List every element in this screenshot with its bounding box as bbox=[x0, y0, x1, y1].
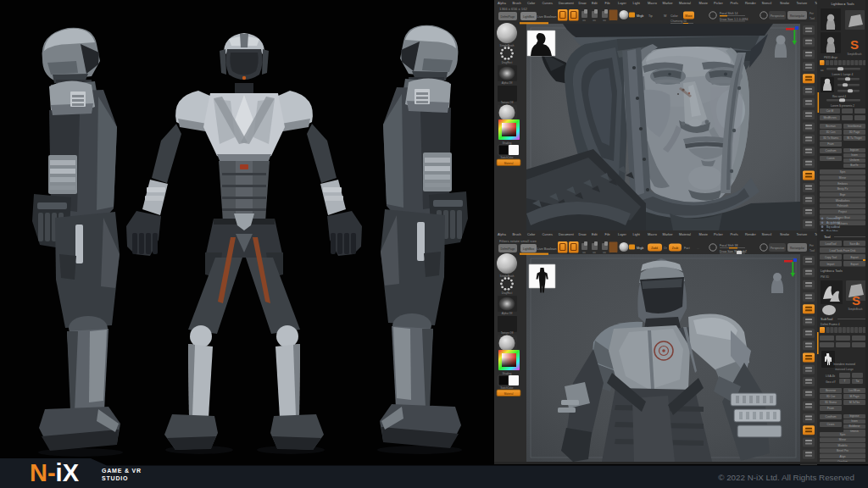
svg-text:BunYe: BunYe bbox=[850, 164, 859, 167]
svg-text:aa: aa bbox=[821, 69, 824, 72]
svg-text:Alpha: Alpha bbox=[498, 232, 507, 236]
svg-text:Cat M: Cat M bbox=[826, 109, 834, 113]
svg-text:M.Psgn: M.Psgn bbox=[850, 395, 860, 398]
svg-text:GAME & VR: GAME & VR bbox=[102, 468, 142, 474]
svg-text:Chamong 50: Chamong 50 bbox=[670, 19, 687, 23]
svg-text:Bevel Pro: Bevel Pro bbox=[837, 449, 849, 452]
svg-text:Fssm: Fssm bbox=[827, 407, 834, 410]
svg-text:Live Boolean: Live Boolean bbox=[537, 247, 556, 251]
svg-text:Spin: Spin bbox=[840, 433, 846, 436]
svg-text:Res sand 4: Res sand 4 bbox=[832, 95, 846, 98]
svg-text:Layer: Layer bbox=[618, 232, 626, 236]
svg-text:M-Tu Thrget: M-Tu Thrget bbox=[847, 136, 861, 140]
svg-text:Emboss: Emboss bbox=[837, 182, 848, 186]
svg-text:Bevsnse: Bevsnse bbox=[826, 389, 836, 392]
svg-text:Shading: Shading bbox=[502, 372, 511, 375]
svg-text:Geo ctY: Geo ctY bbox=[826, 380, 837, 384]
svg-text:Material: Material bbox=[679, 1, 691, 5]
svg-text:Material: Material bbox=[504, 162, 514, 165]
svg-text:Zsub: Zsub bbox=[672, 247, 678, 250]
svg-text:Draw: Draw bbox=[579, 1, 587, 5]
svg-text:Zadd: Zadd bbox=[651, 247, 658, 250]
svg-text:Csses: Csses bbox=[827, 423, 835, 426]
svg-text:Save As: Save As bbox=[849, 242, 860, 246]
svg-text:Macro: Macro bbox=[648, 1, 657, 5]
svg-text:Bsldbese: Bsldbese bbox=[849, 424, 860, 428]
svg-text:Besty Pz: Besty Pz bbox=[837, 187, 849, 191]
svg-text:Lightbox ▸ Tools: Lightbox ▸ Tools bbox=[831, 3, 854, 6]
svg-text:Focal Shift 14: Focal Shift 14 bbox=[720, 12, 737, 15]
svg-text:Tw: Tw bbox=[855, 380, 860, 383]
svg-text:Load Tools From Disk: Load Tools From Disk bbox=[830, 249, 856, 252]
svg-text:aa: aa bbox=[593, 251, 596, 254]
svg-text:DragRect: DragRect bbox=[502, 291, 513, 295]
svg-text:Layer: Layer bbox=[618, 1, 626, 5]
svg-text:Prefs: Prefs bbox=[731, 232, 738, 236]
svg-text:Rectangular: Rectangular bbox=[790, 14, 805, 18]
svg-text:Light: Light bbox=[633, 232, 641, 236]
svg-text:Windlashes: Windlashes bbox=[836, 199, 850, 202]
svg-text:DefmtPage: DefmtPage bbox=[501, 247, 515, 251]
svg-text:Curves: Curves bbox=[542, 232, 553, 236]
svg-text:Issen: Issen bbox=[851, 153, 858, 157]
svg-text:Ac qubtteld: Ac qubtteld bbox=[826, 221, 840, 225]
svg-text:SimpleBrush: SimpleBrush bbox=[499, 274, 514, 278]
svg-text:Stroke: Stroke bbox=[780, 1, 789, 5]
svg-text:S: S bbox=[850, 37, 859, 52]
svg-text:Issen: Issen bbox=[851, 419, 858, 423]
svg-text:3D Page: 3D Page bbox=[849, 130, 860, 134]
svg-text:Live Boolean: Live Boolean bbox=[537, 14, 556, 19]
svg-text:Material: Material bbox=[679, 232, 691, 236]
svg-text:Document: Document bbox=[559, 232, 575, 236]
svg-text:S: S bbox=[852, 293, 860, 308]
svg-text:Macro: Macro bbox=[648, 232, 657, 236]
svg-text:Tool: Tool bbox=[810, 17, 815, 20]
svg-text:Alpha: Alpha bbox=[498, 1, 507, 5]
svg-text:Marker: Marker bbox=[663, 232, 674, 236]
svg-text:Stencil: Stencil bbox=[762, 1, 772, 5]
svg-text:Bevman: Bevman bbox=[826, 125, 836, 128]
svg-text:Draw: Draw bbox=[579, 232, 587, 236]
svg-text:3D Cse: 3D Cse bbox=[826, 395, 836, 398]
svg-text:W: W bbox=[664, 14, 667, 18]
svg-text:Movie: Movie bbox=[699, 1, 708, 5]
svg-text:Color: Color bbox=[670, 14, 678, 18]
svg-text:Texture: Texture bbox=[797, 232, 808, 236]
svg-text:SimpleBrush: SimpleBrush bbox=[499, 44, 514, 47]
svg-text:Mirror: Mirror bbox=[839, 438, 847, 441]
svg-text:Tool: Tool bbox=[824, 235, 831, 239]
svg-text:SimpleBrush: SimpleBrush bbox=[848, 308, 862, 311]
svg-text:aa: aa bbox=[582, 19, 586, 22]
svg-text:SubTool: SubTool bbox=[821, 317, 833, 321]
svg-text:LGA 4b: LGA 4b bbox=[826, 374, 835, 378]
svg-text:Alpha Off: Alpha Off bbox=[502, 312, 513, 315]
svg-text:Picker: Picker bbox=[714, 1, 724, 5]
svg-text:Marker: Marker bbox=[663, 1, 674, 5]
svg-text:Shading: Shading bbox=[502, 141, 511, 145]
svg-text:Movie: Movie bbox=[699, 232, 708, 236]
svg-text:moissed Lange: moissed Lange bbox=[835, 368, 854, 371]
svg-text:PM3D Ange: PM3D Ange bbox=[824, 56, 837, 59]
svg-text:aa: aa bbox=[603, 251, 606, 254]
svg-text:Texture Off: Texture Off bbox=[501, 101, 514, 104]
svg-text:Cosifrom: Cosifrom bbox=[826, 415, 837, 419]
svg-text:Uniform: Uniform bbox=[849, 158, 860, 162]
svg-text:Lightbox ▸ Tools: Lightbox ▸ Tools bbox=[821, 269, 843, 273]
svg-text:N-iX: N-iX bbox=[30, 459, 80, 486]
svg-text:Lorem lk presents 2: Lorem lk presents 2 bbox=[831, 104, 854, 108]
svg-text:Draw Size 96 MrgbZ: Draw Size 96 MrgbZ bbox=[720, 250, 748, 253]
svg-text:Picker: Picker bbox=[714, 232, 724, 236]
svg-text:Rectangular: Rectangular bbox=[790, 247, 805, 250]
svg-text:Alpha Off: Alpha Off bbox=[502, 81, 513, 85]
svg-text:STUDIO: STUDIO bbox=[102, 475, 128, 481]
svg-text:Cosifrom: Cosifrom bbox=[826, 149, 837, 152]
svg-text:SimpleBrush: SimpleBrush bbox=[847, 53, 861, 56]
svg-text:Lorem L Lange 4: Lorem L Lange 4 bbox=[832, 73, 854, 76]
svg-text:M.ToTbs: M.ToTbs bbox=[849, 401, 860, 404]
svg-text:Edit: Edit bbox=[592, 232, 598, 236]
svg-text:LightBox: LightBox bbox=[523, 247, 534, 251]
svg-text:...: ... bbox=[697, 247, 699, 250]
svg-text:Polesosh: Polesosh bbox=[837, 204, 848, 208]
svg-text:Tool: Tool bbox=[810, 249, 815, 252]
svg-text:Focal Shift 38: Focal Shift 38 bbox=[720, 244, 737, 247]
